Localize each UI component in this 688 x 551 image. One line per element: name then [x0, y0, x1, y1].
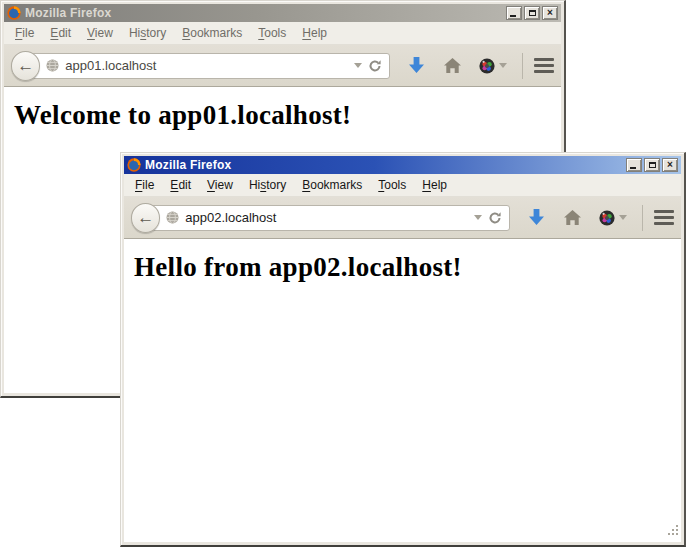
minimize-icon — [630, 167, 636, 169]
home-button[interactable] — [564, 210, 581, 225]
firefox-logo-icon — [7, 6, 21, 20]
titlebar[interactable]: Mozilla Firefox × — [4, 4, 561, 22]
addon-button[interactable] — [599, 210, 627, 226]
colorwheel-icon — [479, 58, 495, 74]
back-button[interactable]: ← — [11, 51, 40, 81]
minimize-button[interactable] — [626, 158, 642, 172]
menu-tools[interactable]: Tools — [370, 175, 414, 195]
menu-tools[interactable]: Tools — [250, 23, 294, 43]
desktop: Mozilla Firefox × File Edit View History… — [0, 0, 688, 551]
menu-history[interactable]: History — [121, 23, 174, 43]
menu-bar: File Edit View History Bookmarks Tools H… — [124, 174, 681, 197]
window-title: Mozilla Firefox — [25, 6, 111, 20]
colorwheel-icon — [599, 210, 615, 226]
menu-edit[interactable]: Edit — [162, 175, 199, 195]
maximize-icon — [649, 162, 656, 168]
menu-bar: File Edit View History Bookmarks Tools H… — [4, 22, 561, 45]
page-heading: Hello from app02.localhost! — [134, 252, 681, 283]
menu-file[interactable]: File — [7, 23, 42, 43]
minimize-icon — [510, 15, 516, 17]
download-button[interactable] — [529, 209, 544, 226]
maximize-button[interactable] — [524, 6, 540, 20]
toolbar-separator — [522, 53, 523, 79]
menu-help[interactable]: Help — [414, 175, 455, 195]
menu-view[interactable]: View — [79, 23, 121, 43]
url-bar[interactable]: app01.localhost — [24, 53, 390, 79]
page-content-app02: Hello from app02.localhost! — [124, 239, 681, 542]
maximize-button[interactable] — [644, 158, 660, 172]
download-button[interactable] — [409, 57, 424, 74]
maximize-icon — [529, 10, 536, 16]
titlebar[interactable]: Mozilla Firefox × — [124, 156, 681, 174]
reload-button[interactable] — [488, 211, 502, 225]
firefox-window-app02: Mozilla Firefox × File Edit View History… — [120, 152, 686, 547]
addon-dropdown-icon — [619, 215, 627, 220]
menu-history[interactable]: History — [241, 175, 294, 195]
navigation-toolbar: ← app01.localhost — [4, 45, 561, 87]
menu-bookmarks[interactable]: Bookmarks — [294, 175, 370, 195]
minimize-button[interactable] — [506, 6, 522, 20]
close-icon: × — [667, 160, 673, 170]
back-button[interactable]: ← — [131, 203, 160, 233]
urlbar-dropdown-icon[interactable] — [474, 215, 482, 220]
close-icon: × — [547, 8, 553, 18]
navigation-toolbar: ← app02.localhost — [124, 197, 681, 239]
page-heading: Welcome to app01.localhost! — [14, 100, 561, 131]
menu-edit[interactable]: Edit — [42, 23, 79, 43]
toolbar-separator — [642, 205, 643, 231]
resize-grip-icon[interactable] — [666, 522, 679, 540]
close-button[interactable]: × — [662, 158, 678, 172]
menu-button[interactable] — [534, 58, 554, 73]
menu-bookmarks[interactable]: Bookmarks — [174, 23, 250, 43]
globe-icon — [46, 59, 59, 72]
addon-dropdown-icon — [499, 63, 507, 68]
home-button[interactable] — [444, 58, 461, 73]
addon-button[interactable] — [479, 58, 507, 74]
urlbar-dropdown-icon[interactable] — [354, 63, 362, 68]
menu-file[interactable]: File — [127, 175, 162, 195]
menu-help[interactable]: Help — [294, 23, 335, 43]
menu-button[interactable] — [654, 210, 674, 225]
close-button[interactable]: × — [542, 6, 558, 20]
url-text: app01.localhost — [65, 58, 156, 73]
menu-view[interactable]: View — [199, 175, 241, 195]
globe-icon — [166, 211, 179, 224]
window-title: Mozilla Firefox — [145, 158, 231, 172]
reload-button[interactable] — [368, 59, 382, 73]
firefox-logo-icon — [127, 158, 141, 172]
url-bar[interactable]: app02.localhost — [144, 205, 510, 231]
url-text: app02.localhost — [185, 210, 276, 225]
